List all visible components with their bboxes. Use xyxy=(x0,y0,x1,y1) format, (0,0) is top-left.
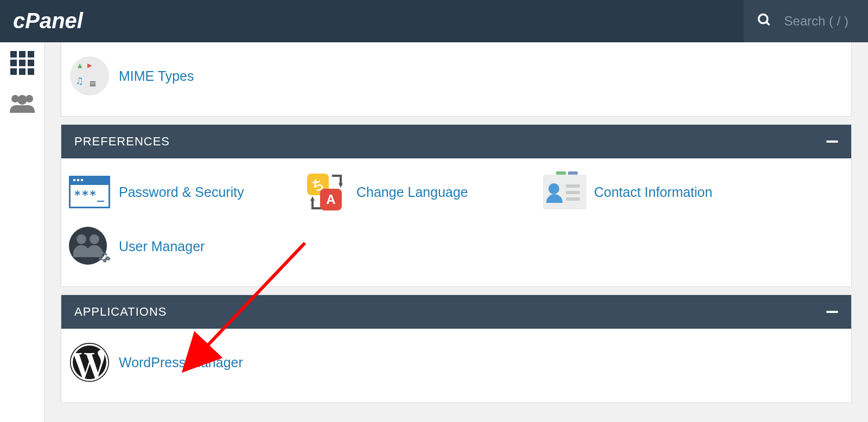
panel-title: APPLICATIONS xyxy=(74,305,167,319)
panel-applications-header[interactable]: APPLICATIONS xyxy=(61,295,851,329)
collapse-icon xyxy=(826,140,838,143)
home-grid-icon[interactable] xyxy=(9,50,35,76)
item-password-security[interactable]: ***_ Password & Security xyxy=(68,174,301,210)
wordpress-icon xyxy=(68,344,111,381)
item-user-manager[interactable]: User Manager xyxy=(68,228,301,265)
change-language-icon: ち A xyxy=(305,174,349,210)
item-label: MIME Types xyxy=(119,68,194,84)
cpanel-logo[interactable]: cPanel xyxy=(13,10,106,33)
mime-types-icon: ▲ ▶ ♫ ≡ xyxy=(68,57,111,94)
search-placeholder: Search ( / ) xyxy=(784,14,848,29)
svg-text:cPanel: cPanel xyxy=(13,10,84,33)
main-content: ▲ ▶ ♫ ≡ MIME Types PREFERENCES xyxy=(44,42,868,422)
panel-preferences-header[interactable]: PREFERENCES xyxy=(61,125,851,158)
svg-line-2 xyxy=(767,22,770,25)
password-security-icon: ***_ xyxy=(68,174,111,210)
user-manager-icon xyxy=(68,228,111,265)
contact-information-icon xyxy=(543,174,586,210)
panel-applications: APPLICATIONS WordPress Manager xyxy=(61,295,852,403)
item-label: User Manager xyxy=(119,239,205,254)
panel-partial: ▲ ▶ ♫ ≡ MIME Types xyxy=(61,42,852,117)
users-icon[interactable] xyxy=(9,93,36,115)
item-mime-types[interactable]: ▲ ▶ ♫ ≡ MIME Types xyxy=(68,57,301,94)
svg-point-5 xyxy=(17,95,27,105)
collapse-icon xyxy=(826,311,838,313)
left-rail xyxy=(0,42,44,422)
item-wordpress-manager[interactable]: WordPress Manager xyxy=(68,344,301,381)
item-label: Change Language xyxy=(356,184,468,200)
top-bar: cPanel Search ( / ) xyxy=(0,0,868,42)
panel-title: PREFERENCES xyxy=(74,135,170,149)
search-box[interactable]: Search ( / ) xyxy=(744,0,868,42)
search-icon xyxy=(757,12,772,30)
item-contact-information[interactable]: Contact Information xyxy=(543,174,776,210)
svg-point-1 xyxy=(759,15,768,23)
panel-preferences: PREFERENCES ***_ Password & Security xyxy=(61,124,852,287)
item-change-language[interactable]: ち A Change Language xyxy=(305,174,539,210)
item-label: WordPress Manager xyxy=(119,355,243,370)
item-label: Contact Information xyxy=(594,184,712,200)
item-label: Password & Security xyxy=(119,184,244,200)
